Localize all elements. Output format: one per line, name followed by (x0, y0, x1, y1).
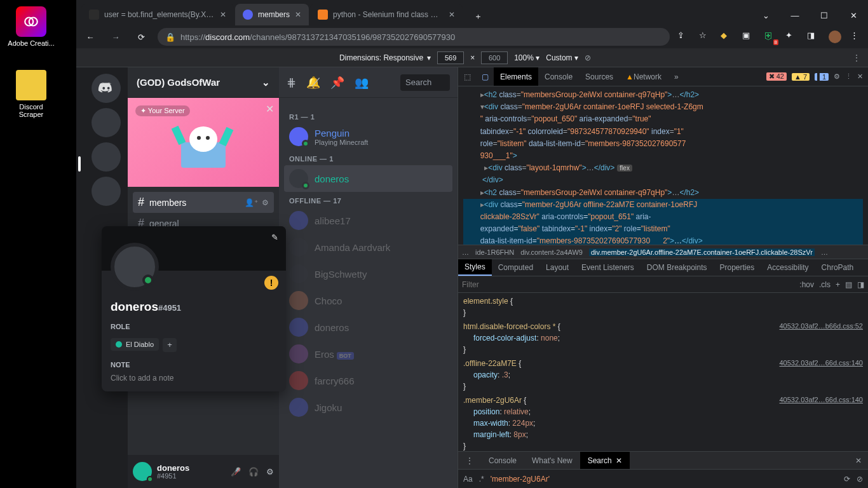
source-link[interactable]: 40532.03af2…b66d.css:52 (780, 321, 864, 332)
hov-toggle[interactable]: :hov (799, 280, 814, 289)
regex-toggle[interactable]: .* (479, 475, 484, 484)
throttle-dropdown[interactable]: Custom ▾ (546, 53, 578, 62)
browser-tab-3[interactable]: python - Selenium find class with✕ (310, 4, 463, 25)
dimensions-dropdown[interactable]: Dimensions: Responsive ▾ (339, 53, 431, 62)
props-tab[interactable]: Properties (714, 259, 761, 276)
drawer-whatsnew-tab[interactable]: What's New (524, 452, 580, 469)
cls-toggle[interactable]: .cls (819, 280, 831, 289)
forward-button[interactable]: → (107, 28, 125, 46)
member-row[interactable]: doneros (284, 314, 452, 341)
case-toggle[interactable]: Aa (463, 475, 473, 484)
extension-ublock-icon[interactable]: ⛨8 (764, 30, 776, 43)
member-row[interactable]: alibee17 (284, 207, 452, 234)
close-window-button[interactable]: ✕ (839, 5, 868, 25)
device-mode-icon[interactable]: ▢ (476, 72, 494, 81)
member-list[interactable]: R1 — 1 PenguinPlaying Minecraft ONLINE —… (279, 98, 458, 488)
close-icon[interactable]: ✕ (266, 103, 274, 115)
server-icon[interactable] (92, 108, 121, 137)
device-menu-icon[interactable]: ⋮ (853, 53, 860, 62)
computed-tab[interactable]: Computed (492, 259, 539, 276)
gear-icon[interactable]: ⚙ (262, 198, 269, 207)
pins-icon[interactable]: 📌 (330, 76, 344, 90)
window-dropdown[interactable]: ⌄ (751, 5, 780, 25)
refresh-icon[interactable]: ⟳ (844, 475, 850, 484)
desktop-icon-adobe[interactable]: Adobe Creati... (6, 6, 56, 47)
warning-count[interactable]: ▲ 7 (792, 73, 810, 81)
extensions-menu-icon[interactable]: ✦ (785, 30, 798, 43)
tab-overflow[interactable]: » (668, 67, 685, 86)
back-button[interactable]: ← (81, 28, 99, 46)
source-link[interactable]: 40532.03af2…66d.css:140 (780, 358, 864, 369)
omnibox[interactable]: 🔒 https://discord.com/channels/987313721… (158, 28, 670, 46)
global-search-input[interactable] (491, 475, 837, 484)
settings-icon[interactable]: ⚙ (834, 72, 840, 81)
crumb[interactable]: div.content-2a4AW9 (520, 248, 583, 256)
server-header[interactable]: (GOD) GodsOfWar⌄ (128, 67, 279, 98)
tab-console[interactable]: Console (538, 67, 579, 86)
add-role-button[interactable]: + (163, 338, 177, 352)
tab-sources[interactable]: Sources (579, 67, 620, 86)
member-row[interactable]: ErosBOT (284, 341, 452, 367)
layout-tab[interactable]: Layout (539, 259, 575, 276)
member-row[interactable]: farcry666 (284, 367, 452, 394)
clear-icon[interactable]: ⊘ (857, 475, 863, 484)
extension-icon[interactable]: ◆ (721, 30, 733, 43)
server-icon[interactable] (92, 142, 121, 172)
devtools-menu-icon[interactable]: ⋮ (845, 72, 852, 81)
settings-icon[interactable]: ⚙ (266, 467, 274, 477)
maximize-button[interactable]: ☐ (810, 5, 839, 25)
crumb[interactable]: … (462, 248, 469, 256)
new-tab-button[interactable]: ＋ (469, 8, 487, 25)
bookmark-icon[interactable]: ☆ (699, 30, 712, 43)
edit-icon[interactable]: ✎ (271, 233, 278, 242)
note-input[interactable]: Click to add a note (111, 374, 277, 383)
drawer-menu-icon[interactable]: ⋮ (458, 452, 481, 469)
minimize-button[interactable]: ― (780, 5, 810, 25)
notifications-icon[interactable]: 🔔̸ (306, 76, 320, 90)
member-row[interactable]: doneros (284, 165, 452, 192)
popout-avatar[interactable] (111, 243, 159, 291)
member-row[interactable]: Choco (284, 287, 452, 314)
drawer-search-tab[interactable]: Search✕ (580, 452, 630, 469)
member-row[interactable]: BigSchwetty (284, 261, 452, 287)
listeners-tab[interactable]: Event Listeners (575, 259, 641, 276)
mute-icon[interactable]: 🎤̸ (231, 467, 241, 477)
close-icon[interactable]: ✕ (616, 456, 622, 465)
deafen-icon[interactable]: 🎧 (248, 467, 259, 477)
tab-elements[interactable]: Elements (494, 67, 538, 86)
members-icon[interactable]: 👥 (355, 76, 369, 90)
styles-pane[interactable]: element.style {} 40532.03af2…b66d.css:52… (458, 293, 868, 451)
browser-tab-1[interactable]: user = bot.find_elements(By.XPAT✕ (81, 4, 234, 25)
breadcrumb[interactable]: … ide-1R6FHN div.content-2a4AW9 div.memb… (458, 245, 868, 259)
info-count[interactable]: ▌1 (815, 73, 829, 81)
add-user-icon[interactable]: 👤⁺ (245, 198, 258, 207)
computed-toggle-icon[interactable]: ▤ (845, 280, 852, 289)
dombp-tab[interactable]: DOM Breakpoints (641, 259, 714, 276)
close-icon[interactable]: ✕ (295, 10, 301, 19)
width-input[interactable] (437, 51, 464, 64)
rotate-icon[interactable]: ⊘ (585, 53, 591, 62)
role-chip[interactable]: El Diablo (111, 338, 159, 351)
home-button[interactable] (92, 74, 121, 103)
browser-tab-2[interactable]: members✕ (235, 4, 309, 25)
desktop-icon-folder[interactable]: Discord Scraper (6, 70, 56, 118)
threads-icon[interactable]: ⋕ (287, 76, 296, 90)
member-row[interactable]: PenguinPlaying Minecraft (284, 123, 452, 150)
crumb[interactable]: ide-1R6FHN (475, 248, 514, 256)
member-row[interactable]: Amanda Aardvark (284, 234, 452, 261)
self-avatar[interactable] (133, 462, 152, 481)
server-icon[interactable] (92, 177, 121, 206)
source-link[interactable]: 40532.03af2…66d.css:140 (780, 395, 864, 405)
member-row[interactable]: Jigoku (284, 394, 452, 421)
sidebar-toggle-icon[interactable]: ◨ (857, 280, 864, 289)
tab-network[interactable]: ▲ Network (620, 67, 668, 86)
height-input[interactable] (481, 51, 508, 64)
elements-tree[interactable]: ▸<h2 class="membersGroup-2eiWxl containe… (458, 86, 868, 245)
close-icon[interactable]: ✕ (449, 10, 455, 19)
extension-icon[interactable]: ▣ (742, 30, 755, 43)
error-count[interactable]: ✖ 42 (766, 72, 787, 81)
warning-badge-icon[interactable]: ! (264, 276, 278, 290)
zoom-dropdown[interactable]: 100% ▾ (514, 53, 539, 62)
new-rule-icon[interactable]: + (836, 280, 840, 289)
a11y-tab[interactable]: Accessibility (761, 259, 815, 276)
